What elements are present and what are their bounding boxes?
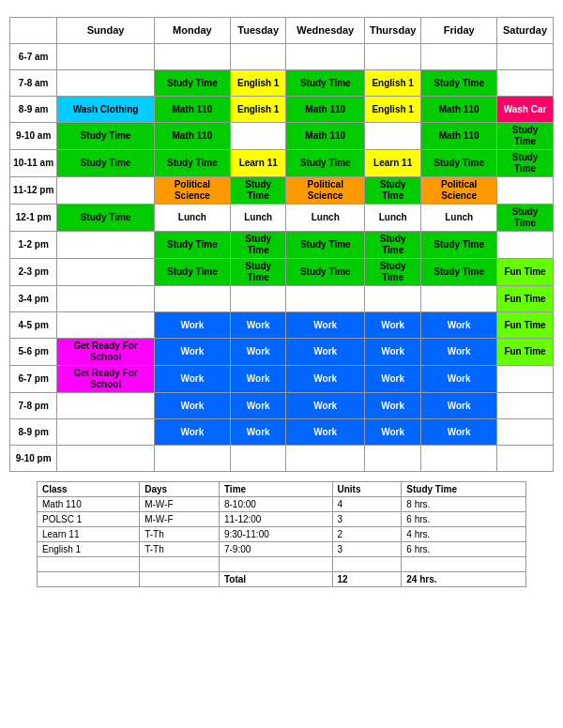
schedule-cell: [57, 393, 154, 419]
time-cell: 7-8 am: [10, 70, 57, 97]
schedule-cell: [497, 419, 554, 446]
schedule-cell: Study Time: [497, 150, 554, 177]
schedule-cell: Work: [421, 339, 497, 366]
schedule-cell: Math 110: [421, 97, 497, 123]
schedule-cell: [230, 44, 285, 70]
table-row: 7-8 amStudy TimeEnglish 1Study TimeEngli…: [10, 70, 554, 97]
table-row: 11-12 pmPolitical ScienceStudy TimePolit…: [10, 177, 554, 205]
summary-cell: 4: [332, 497, 402, 512]
schedule-cell: Study Time: [286, 232, 365, 259]
table-row: 2-3 pmStudy TimeStudy TimeStudy TimeStud…: [10, 259, 554, 286]
schedule-cell: Study Time: [497, 205, 554, 232]
schedule-cell: Political Science: [154, 177, 230, 205]
summary-cell: 3: [332, 512, 402, 527]
summary-col-header: Study Time: [402, 482, 526, 497]
time-cell: 6-7 pm: [10, 366, 57, 393]
schedule-cell: Work: [154, 312, 230, 339]
schedule-cell: Work: [286, 312, 365, 339]
schedule-cell: [230, 123, 285, 150]
table-row: 5-6 pmGet Ready For SchoolWorkWorkWorkWo…: [10, 339, 554, 366]
schedule-cell: Work: [154, 419, 230, 446]
table-row: 6-7 am: [10, 44, 554, 70]
schedule-cell: [497, 232, 554, 259]
schedule-cell: Study Time: [154, 259, 230, 286]
summary-total-cell: [140, 572, 220, 587]
summary-col-header: Time: [219, 482, 332, 497]
schedule-cell: [497, 70, 554, 97]
schedule-cell: English 1: [230, 70, 285, 97]
schedule-cell: Study Time: [57, 205, 154, 232]
schedule-cell: Work: [365, 393, 421, 419]
schedule-cell: Study Time: [421, 259, 497, 286]
summary-cell: 6 hrs.: [402, 542, 526, 557]
time-cell: 3-4 pm: [10, 286, 57, 312]
schedule-cell: [230, 286, 285, 312]
summary-cell: 6 hrs.: [402, 512, 526, 527]
schedule-cell: Study Time: [230, 232, 285, 259]
schedule-cell: [230, 446, 285, 472]
schedule-cell: Work: [230, 312, 285, 339]
summary-cell: T-Th: [140, 542, 220, 557]
table-row: 12-1 pmStudy TimeLunchLunchLunchLunchLun…: [10, 205, 554, 232]
schedule-cell: Work: [230, 419, 285, 446]
summary-row: Learn 11T-Th9:30-11:0024 hrs.: [38, 527, 526, 542]
day-header-tuesday: Tuesday: [230, 18, 285, 44]
schedule-cell: [57, 259, 154, 286]
schedule-cell: Study Time: [421, 232, 497, 259]
schedule-cell: Study Time: [365, 259, 421, 286]
summary-total-cell: Total: [219, 572, 332, 587]
time-cell: 8-9 am: [10, 97, 57, 123]
schedule-cell: Study Time: [230, 259, 285, 286]
schedule-cell: Wash Car: [497, 97, 554, 123]
schedule-cell: [286, 44, 365, 70]
time-cell: 6-7 am: [10, 44, 57, 70]
schedule-cell: Study Time: [286, 259, 365, 286]
summary-cell: 2: [332, 527, 402, 542]
summary-cell: T-Th: [140, 527, 220, 542]
schedule-cell: Math 110: [154, 97, 230, 123]
schedule-cell: Work: [286, 393, 365, 419]
table-row: 8-9 amWash ClothingMath 110English 1Math…: [10, 97, 554, 123]
schedule-cell: [365, 44, 421, 70]
time-cell: 1-2 pm: [10, 232, 57, 259]
summary-cell: English 1: [38, 542, 140, 557]
schedule-cell: Work: [154, 366, 230, 393]
schedule-cell: Work: [421, 312, 497, 339]
table-row: 4-5 pmWorkWorkWorkWorkWorkFun Time: [10, 312, 554, 339]
schedule-cell: [154, 44, 230, 70]
schedule-cell: Lunch: [230, 205, 285, 232]
time-cell: 8-9 pm: [10, 419, 57, 446]
time-cell: 9-10 pm: [10, 446, 57, 472]
summary-empty-cell: [140, 557, 220, 572]
summary-col-header: Class: [38, 482, 140, 497]
schedule-cell: [365, 123, 421, 150]
time-cell: 9-10 am: [10, 123, 57, 150]
summary-cell: 3: [332, 542, 402, 557]
schedule-cell: Get Ready For School: [57, 339, 154, 366]
schedule-cell: Work: [421, 366, 497, 393]
time-header: [10, 18, 57, 44]
schedule-cell: English 1: [365, 70, 421, 97]
summary-col-header: Units: [332, 482, 402, 497]
schedule-cell: Political Science: [421, 177, 497, 205]
schedule-cell: [286, 446, 365, 472]
schedule-cell: [57, 286, 154, 312]
schedule-cell: [57, 312, 154, 339]
summary-empty-cell: [402, 557, 526, 572]
schedule-cell: Work: [365, 339, 421, 366]
schedule-cell: [57, 446, 154, 472]
schedule-cell: Work: [154, 393, 230, 419]
schedule-cell: [57, 44, 154, 70]
schedule-cell: Study Time: [57, 123, 154, 150]
schedule-cell: Study Time: [286, 150, 365, 177]
schedule-cell: [421, 446, 497, 472]
schedule-cell: [154, 286, 230, 312]
summary-cell: 8-10:00: [219, 497, 332, 512]
schedule-cell: [365, 286, 421, 312]
summary-empty-cell: [38, 557, 140, 572]
schedule-cell: Study Time: [57, 150, 154, 177]
schedule-cell: Work: [230, 366, 285, 393]
summary-total-cell: 24 hrs.: [402, 572, 526, 587]
table-row: 3-4 pmFun Time: [10, 286, 554, 312]
summary-total-row: Total1224 hrs.: [38, 572, 526, 587]
